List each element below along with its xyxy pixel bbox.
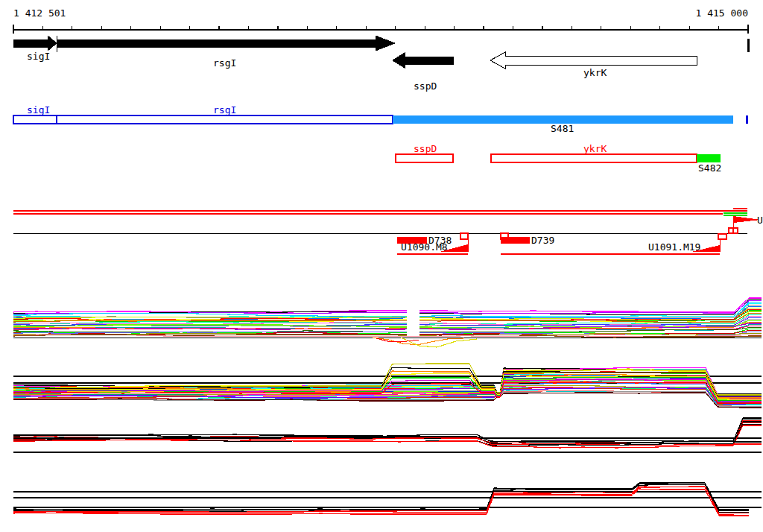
- segment-s482[interactable]: [697, 154, 721, 162]
- gene-box-sspD[interactable]: [396, 154, 453, 162]
- array-track-1-extra-series: [401, 338, 477, 347]
- array-track-3-series: [13, 422, 762, 445]
- gene-box-ykrK[interactable]: [491, 154, 697, 162]
- tracks-canvas: sigIrsgIsspDykrKsigIrsgIS481sspDykrKS482…: [0, 0, 763, 532]
- gene-box-label-rsgI: rsgI: [213, 104, 236, 115]
- gene-box-sigI-rsgI[interactable]: [13, 115, 393, 124]
- ruler-end-coordinate: 1 415 000: [696, 7, 748, 19]
- probe-d739-label: D739: [531, 235, 554, 246]
- probe-u1091-label: U1091.M19: [648, 241, 700, 253]
- gene-arrow-rsgI[interactable]: [57, 36, 395, 51]
- genome-browser-view: sigIrsgIsspDykrKsigIrsgIS481sspDykrKS482…: [0, 0, 763, 532]
- segment-s481-label: S481: [551, 123, 574, 134]
- gene-box-sspD-label: sspD: [414, 143, 437, 154]
- gene-arrow-ykrK[interactable]: [490, 52, 697, 69]
- gene-box-ykrK-label: ykrK: [583, 143, 607, 154]
- array-track-1-mask: [407, 308, 420, 336]
- gene-label-sspD: sspD: [414, 80, 437, 92]
- probe-d738-box[interactable]: [460, 233, 468, 239]
- probe-right-box-2[interactable]: [733, 228, 738, 233]
- gene-label-rsgI: rsgI: [213, 57, 236, 69]
- gene-box-label-sigI: sigI: [27, 104, 50, 115]
- array-track-1-series: [13, 298, 762, 312]
- probe-d739-bar[interactable]: [501, 237, 530, 244]
- segment-right-edge-tick[interactable]: [746, 115, 748, 124]
- probe-right-box-1[interactable]: [729, 228, 733, 233]
- gene-arrow-sspD[interactable]: [393, 53, 453, 68]
- segment-s482-label: S482: [698, 162, 721, 174]
- gene-arrow-edge[interactable]: [747, 39, 750, 52]
- gene-label-sigI: sigI: [27, 51, 50, 62]
- ruler-start-coordinate: 1 412 501: [13, 7, 66, 19]
- probe-right-label: U: [757, 215, 763, 226]
- gene-label-ykrK: ykrK: [583, 67, 607, 78]
- probe-u1091-box[interactable]: [718, 234, 726, 239]
- gene-arrow-sigI[interactable]: [13, 36, 57, 51]
- probe-u1090-label: U1090.M8: [401, 241, 448, 253]
